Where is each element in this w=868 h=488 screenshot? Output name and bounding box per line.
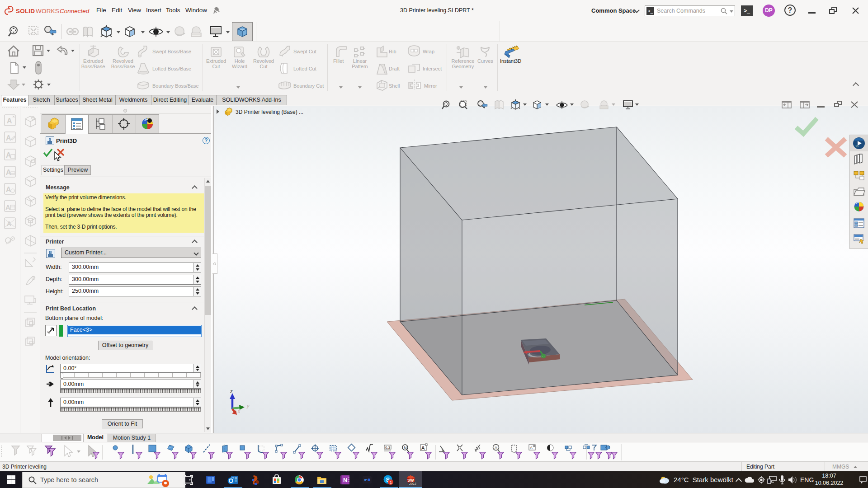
- svg-text:2022: 2022: [409, 482, 416, 485]
- svg-text:A: A: [5, 203, 10, 211]
- svg-text:A: A: [421, 445, 425, 450]
- svg-text:A: A: [52, 365, 54, 368]
- svg-text:SOLID: SOLID: [16, 8, 35, 14]
- svg-text:3D: 3D: [855, 145, 859, 148]
- svg-text:WORKS: WORKS: [36, 8, 59, 14]
- svg-text:A: A: [530, 446, 533, 450]
- svg-text:A: A: [6, 169, 11, 176]
- svg-text:A: A: [495, 446, 497, 450]
- svg-text:1: 1: [390, 480, 392, 485]
- svg-text:x: x: [237, 409, 241, 414]
- svg-text:A: A: [6, 186, 11, 193]
- svg-text:A: A: [6, 134, 11, 142]
- svg-text:A: A: [7, 117, 12, 125]
- svg-text:N: N: [404, 446, 407, 450]
- svg-text:y: y: [246, 403, 250, 408]
- svg-text:0.3: 0.3: [385, 446, 391, 450]
- svg-text:z: z: [230, 389, 233, 394]
- svg-text:A: A: [6, 151, 11, 159]
- svg-text:N: N: [343, 477, 347, 483]
- svg-text:Connected: Connected: [60, 8, 90, 14]
